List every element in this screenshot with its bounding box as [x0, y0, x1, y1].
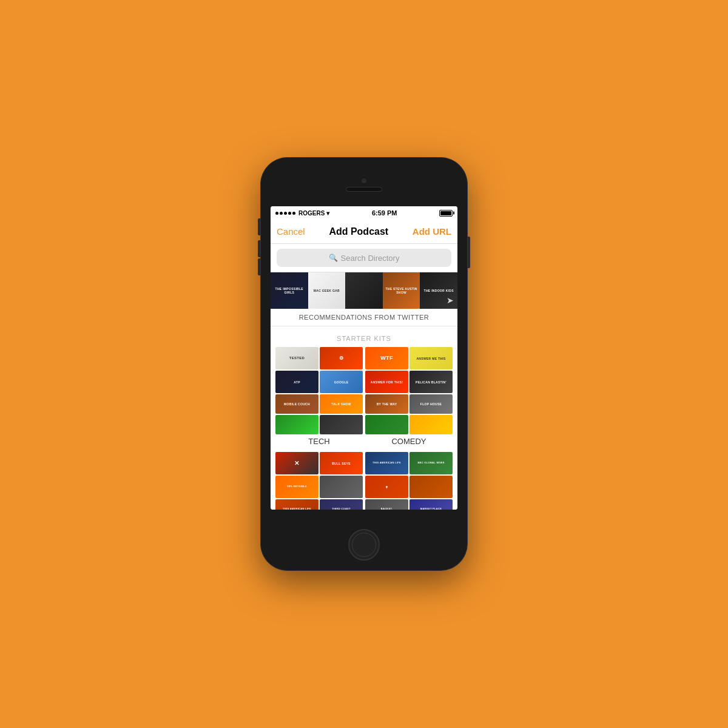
signal-dot [284, 212, 287, 215]
home-button[interactable] [348, 529, 380, 561]
cancel-button[interactable]: Cancel [277, 226, 305, 237]
podcast-label [345, 272, 383, 309]
comedy-podcast-6: FLOP HOUSE [410, 394, 453, 414]
add-url-button[interactable]: Add URL [413, 226, 451, 237]
battery-fill [440, 211, 451, 215]
public-podcast-1: THIS AMERICAN LIFE [365, 452, 408, 474]
public-radio-category[interactable]: THIS AMERICAN LIFE BBC GLOBAL NEWS 🎙 Bac… [364, 451, 454, 510]
status-right [439, 210, 453, 217]
signal-dot [288, 212, 291, 215]
comedy-podcast-4: PELICAN BLASTIN' [410, 371, 453, 393]
starter-kits-label: STARTER KITS [271, 329, 457, 346]
time-display: 6:59 PM [372, 209, 397, 217]
tech-podcast-5: mobile couch [275, 394, 318, 414]
signal-dot [280, 212, 283, 215]
stories-category[interactable]: ✕ BULL SEYE 99% INVISIBLE THIS AMERICAN … [274, 451, 364, 510]
carrier-label: ROGERS [298, 210, 325, 217]
search-bar-container: 🔍 Search Directory [271, 244, 457, 272]
screen: ROGERS ▾ 6:59 PM Cancel Add Podcast Add … [271, 206, 457, 510]
public-podcast-3: 🎙 [365, 476, 408, 498]
tech-podcast-6: TALK SHOW [320, 394, 363, 414]
public-podcast-4 [410, 476, 453, 498]
podcast-thumbnail: THE STEVE AUSTIN SHOW [383, 272, 420, 309]
stories-podcast-6: THIRD COAST [320, 499, 363, 510]
comedy-podcast-3: ANSWER FOR THIS! [365, 371, 408, 393]
tech-podcast-3: ATP [275, 371, 318, 393]
camera-dot [362, 178, 366, 183]
tech-podcast-8 [320, 415, 363, 434]
comedy-podcast-7 [365, 415, 408, 434]
search-input[interactable]: Search Directory [341, 254, 400, 263]
categories-row-1: TESTED ⚙ ATP Google mobile couch TALK SH… [271, 346, 457, 451]
tech-podcast-1: TESTED [275, 347, 318, 369]
podcast-label: MAC GEEK GAB [308, 272, 346, 309]
tech-category[interactable]: TESTED ⚙ ATP Google mobile couch TALK SH… [274, 346, 364, 451]
public-radio-grid: THIS AMERICAN LIFE BBC GLOBAL NEWS 🎙 Bac… [365, 452, 453, 510]
podcast-thumbnail [345, 272, 383, 309]
stories-podcast-2: BULL SEYE [320, 452, 363, 474]
comedy-podcast-2: ANSWER ME THIS [410, 347, 453, 369]
podcast-label: THE STEVE AUSTIN SHOW [383, 272, 420, 309]
comedy-podcast-5: BY THE WAY [365, 394, 408, 414]
direction-icon: ➤ [447, 295, 454, 305]
podcast-label: THE IMPOSSIBLE GIRLS [271, 272, 308, 309]
twitter-section-label: RECOMMENDATIONS FROM TWITTER [271, 309, 457, 323]
comedy-category[interactable]: WTF ANSWER ME THIS ANSWER FOR THIS! PELI… [364, 346, 454, 451]
phone-shell: ROGERS ▾ 6:59 PM Cancel Add Podcast Add … [261, 158, 467, 570]
signal-dot [292, 212, 295, 215]
comedy-label: COMEDY [365, 434, 453, 450]
stories-grid: ✕ BULL SEYE 99% INVISIBLE THIS AMERICAN … [275, 452, 363, 510]
comedy-podcast-8 [410, 415, 453, 434]
main-content: THE IMPOSSIBLE GIRLS MAC GEEK GAB THE ST… [271, 272, 457, 510]
stories-podcast-3: 99% INVISIBLE [275, 476, 318, 498]
public-podcast-6: Market place [410, 499, 453, 510]
signal-dot [275, 212, 278, 215]
stories-podcast-5: THIS AMERICAN LIFE [275, 499, 318, 510]
public-podcast-5: BackSt. [365, 499, 408, 510]
podcast-thumbnail: MAC GEEK GAB [308, 272, 346, 309]
search-bar[interactable]: 🔍 Search Directory [277, 249, 451, 267]
stories-podcast-1: ✕ [275, 452, 318, 474]
status-left: ROGERS ▾ [275, 210, 329, 217]
wifi-icon: ▾ [326, 210, 329, 217]
public-podcast-2: BBC GLOBAL NEWS [410, 452, 453, 474]
categories-row-2: ✕ BULL SEYE 99% INVISIBLE THIS AMERICAN … [271, 451, 457, 510]
tech-podcast-4: Google [320, 371, 363, 393]
divider [271, 326, 457, 326]
podcast-thumbnail: THE IMPOSSIBLE GIRLS [271, 272, 308, 309]
status-bar: ROGERS ▾ 6:59 PM [271, 206, 457, 220]
battery-icon [439, 210, 453, 217]
comedy-grid: WTF ANSWER ME THIS ANSWER FOR THIS! PELI… [365, 347, 453, 434]
tech-label: TECH [275, 434, 363, 450]
stories-podcast-4 [320, 476, 363, 498]
page-title: Add Podcast [329, 226, 388, 237]
tech-podcast-2: ⚙ [320, 347, 363, 369]
comedy-podcast-1: WTF [365, 347, 408, 369]
twitter-banner[interactable]: THE IMPOSSIBLE GIRLS MAC GEEK GAB THE ST… [271, 272, 457, 309]
phone-top [261, 158, 467, 206]
speaker-grill [346, 187, 382, 192]
tech-podcast-7 [275, 415, 318, 434]
signal-dots [275, 212, 295, 215]
search-icon: 🔍 [329, 254, 338, 262]
nav-bar: Cancel Add Podcast Add URL [271, 220, 457, 244]
tech-grid: TESTED ⚙ ATP Google mobile couch TALK SH… [275, 347, 363, 434]
